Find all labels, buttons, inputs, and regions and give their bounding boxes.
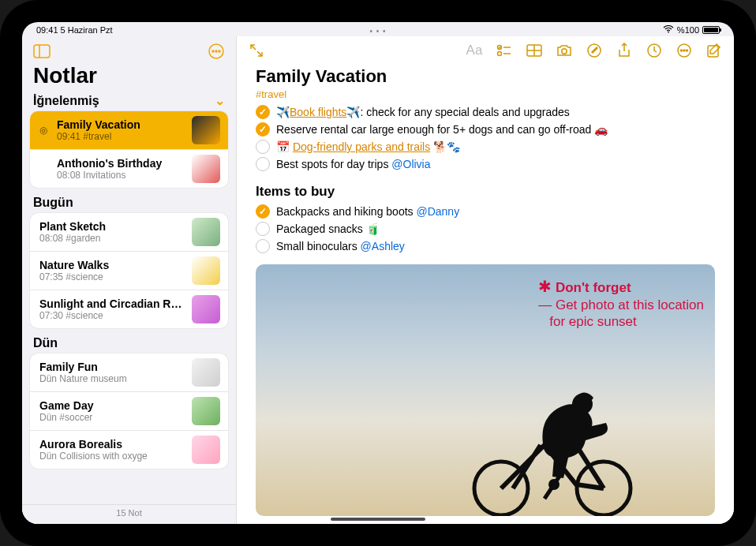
note-link[interactable]: Dog-friendly parks and trails	[293, 140, 430, 153]
section-head[interactable]: Dün	[22, 336, 236, 352]
ellipsis-circle-icon[interactable]	[672, 39, 696, 62]
check-circle[interactable]	[256, 122, 270, 136]
note-row-text: Nature Walks 07:35 #science	[39, 259, 185, 282]
note-thumbnail	[192, 256, 220, 285]
note-thumbnail	[192, 295, 220, 323]
status-right: %100	[663, 25, 720, 35]
sidebar-toggle-icon[interactable]	[32, 41, 52, 62]
checklist-travel[interactable]: ✈️Book flights✈️: check for any special …	[256, 103, 715, 173]
check-circle[interactable]	[256, 239, 270, 253]
check-text[interactable]: ✈️Book flights✈️: check for any special …	[276, 106, 570, 118]
compose-icon[interactable]	[702, 39, 726, 62]
status-time-date: 09:41 5 Haziran Pzt	[36, 25, 113, 35]
check-item[interactable]: 📅 Dog-friendly parks and trails 🐕🐾	[256, 138, 715, 155]
note-group: Plant Sketch 08:08 #garden Nature Walks …	[30, 213, 228, 328]
check-item[interactable]: ✈️Book flights✈️: check for any special …	[256, 103, 715, 121]
checklist-items[interactable]: Backpacks and hiking boots @DannyPackage…	[256, 203, 715, 255]
handwriting-annotation: ✱ ✱ Don't forgetDon't forget — Get photo…	[538, 277, 704, 331]
note-row[interactable]: Anthonio's Birthday 08:08 Invitations	[30, 149, 228, 188]
svg-rect-1	[34, 45, 50, 58]
mention[interactable]: @Olivia	[391, 158, 430, 170]
note-row[interactable]: Sunlight and Circadian Rhy… 07:30 #scien…	[30, 290, 228, 328]
mention[interactable]: @Ashley	[361, 240, 405, 252]
note-row-text: Aurora Borealis Dün Collisions with oxyg…	[39, 438, 185, 462]
sidebar-toolbar	[22, 36, 236, 62]
battery-icon	[702, 26, 720, 34]
note-group: ◎ Family Vacation 09:41 #travel Anthonio…	[30, 111, 228, 188]
mention[interactable]: @Danny	[416, 205, 459, 218]
check-item[interactable]: Backpacks and hiking boots @Danny	[256, 203, 715, 220]
content-toolbar: Aa	[237, 36, 734, 65]
note-thumbnail	[192, 116, 220, 144]
check-text[interactable]: Backpacks and hiking boots @Danny	[276, 205, 459, 218]
section-head[interactable]: İğnelenmiş⌄	[22, 93, 236, 110]
note-row[interactable]: Aurora Borealis Dün Collisions with oxyg…	[30, 430, 228, 469]
svg-point-0	[668, 32, 669, 33]
svg-point-18	[681, 50, 683, 51]
check-item[interactable]: Best spots for day trips @Olivia	[256, 155, 715, 173]
expand-icon[interactable]	[245, 39, 268, 62]
note-image[interactable]: ✱ ✱ Don't forgetDon't forget — Get photo…	[256, 264, 715, 516]
check-circle[interactable]	[256, 140, 270, 154]
note-row-text: Sunlight and Circadian Rhy… 07:30 #scien…	[39, 297, 185, 321]
share-icon[interactable]	[612, 39, 636, 62]
camera-icon[interactable]	[552, 39, 576, 62]
check-text[interactable]: Best spots for day trips @Olivia	[276, 158, 431, 170]
check-text[interactable]: 📅 Dog-friendly parks and trails 🐕🐾	[276, 140, 460, 153]
note-content: Aa	[237, 36, 734, 524]
note-thumbnail	[192, 436, 220, 464]
check-circle[interactable]	[256, 105, 270, 119]
check-text[interactable]: Reserve rental car large enough for 5+ d…	[276, 123, 608, 136]
cyclist-silhouette	[458, 366, 647, 516]
note-title[interactable]: Family Vacation	[256, 66, 715, 87]
note-thumbnail	[192, 358, 220, 387]
check-circle[interactable]	[256, 157, 270, 171]
sidebar-footer: 15 Not	[22, 504, 236, 524]
note-row[interactable]: Nature Walks 07:35 #science	[30, 251, 228, 290]
check-circle[interactable]	[256, 222, 270, 236]
check-text[interactable]: Small binoculars @Ashley	[276, 240, 405, 252]
note-thumbnail	[192, 397, 220, 425]
note-link[interactable]: Book flights	[290, 106, 346, 118]
multitask-dots-icon[interactable]: • • •	[369, 27, 386, 36]
sidebar-list[interactable]: İğnelenmiş⌄◎ Family Vacation 09:41 #trav…	[22, 93, 236, 504]
pin-icon: ◎	[39, 125, 51, 136]
check-item[interactable]: Reserve rental car large enough for 5+ d…	[256, 121, 715, 138]
note-row-text: Family Vacation 09:41 #travel	[57, 118, 185, 142]
sidebar: Notlar İğnelenmiş⌄◎ Family Vacation 09:4…	[22, 36, 237, 524]
note-row[interactable]: Family Fun Dün Nature museum	[30, 353, 228, 391]
note-row-text: Anthonio's Birthday 08:08 Invitations	[57, 157, 185, 181]
svg-point-9	[498, 52, 502, 56]
note-row-text: Game Day Dün #soccer	[39, 399, 185, 423]
table-icon[interactable]	[522, 39, 546, 62]
note-row[interactable]: Plant Sketch 08:08 #garden	[30, 213, 228, 251]
note-thumbnail	[192, 218, 220, 246]
section-head[interactable]: Bugün	[22, 196, 236, 211]
note-thumbnail	[192, 155, 220, 183]
check-text[interactable]: Packaged snacks 🧃	[276, 223, 380, 235]
check-item[interactable]: Packaged snacks 🧃	[256, 220, 715, 237]
note-row-text: Plant Sketch 08:08 #garden	[39, 220, 185, 244]
format-aa-icon[interactable]: Aa	[462, 39, 486, 62]
battery-pct: %100	[677, 25, 699, 35]
lock-icon[interactable]	[642, 39, 666, 62]
home-indicator[interactable]	[331, 518, 425, 521]
check-item[interactable]: Small binoculars @Ashley	[256, 237, 715, 255]
more-options-icon[interactable]	[206, 41, 226, 62]
ipad-frame: 09:41 5 Haziran Pzt • • • %100	[0, 0, 756, 546]
note-body[interactable]: Family Vacation #travel ✈️Book flights✈️…	[237, 65, 734, 524]
app: Notlar İğnelenmiş⌄◎ Family Vacation 09:4…	[22, 36, 734, 524]
screen: 09:41 5 Haziran Pzt • • • %100	[22, 22, 734, 524]
markup-icon[interactable]	[582, 39, 606, 62]
note-row[interactable]: ◎ Family Vacation 09:41 #travel	[30, 111, 228, 149]
note-row-text: Family Fun Dün Nature museum	[39, 361, 185, 384]
checklist-icon[interactable]	[492, 39, 516, 62]
svg-point-5	[215, 50, 217, 52]
note-row[interactable]: Game Day Dün #soccer	[30, 391, 228, 430]
note-subheading[interactable]: Items to buy	[256, 184, 715, 200]
svg-point-14	[562, 49, 567, 54]
note-group: Family Fun Dün Nature museum Game Day Dü…	[30, 353, 228, 469]
check-circle[interactable]	[256, 204, 270, 219]
chevron-down-icon[interactable]: ⌄	[215, 93, 225, 108]
note-tag[interactable]: #travel	[256, 88, 715, 100]
